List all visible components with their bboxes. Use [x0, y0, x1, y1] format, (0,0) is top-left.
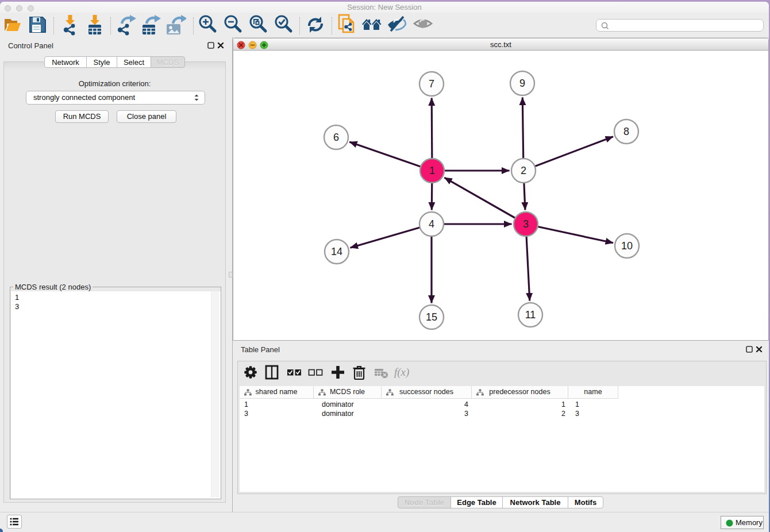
svg-text:7: 7: [429, 78, 434, 90]
svg-text:8: 8: [623, 126, 629, 137]
svg-text:1: 1: [429, 165, 435, 176]
svg-text:14: 14: [331, 246, 342, 257]
svg-text:3: 3: [523, 218, 529, 230]
svg-text:11: 11: [525, 309, 536, 321]
svg-text:f(x): f(x): [394, 366, 409, 379]
svg-text:15: 15: [426, 311, 437, 323]
svg-text:6: 6: [333, 132, 339, 143]
svg-text:9: 9: [519, 78, 525, 89]
svg-text:4: 4: [429, 218, 434, 230]
svg-text:2: 2: [521, 165, 526, 176]
svg-text:10: 10: [621, 240, 633, 252]
